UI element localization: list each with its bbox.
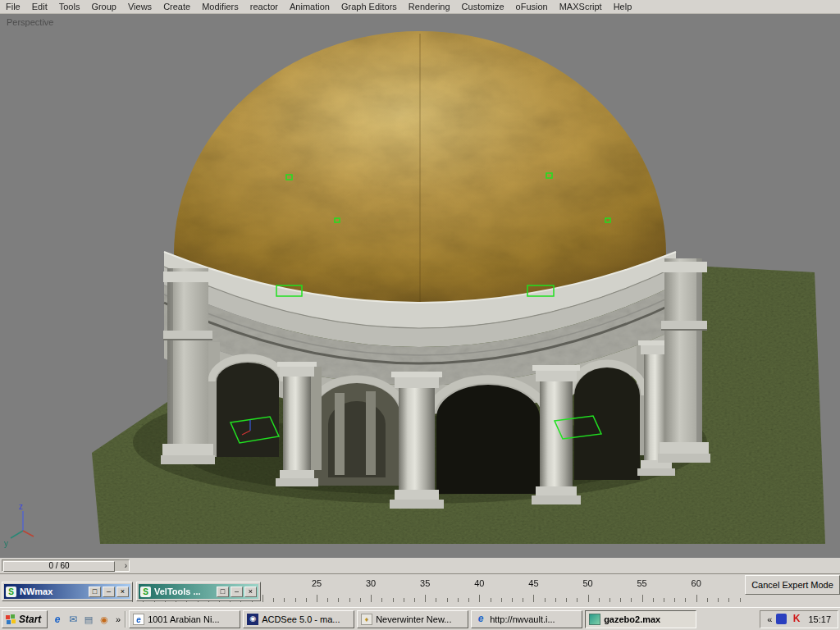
ruler-tick [653, 598, 654, 602]
axis-y-label: y [4, 539, 8, 548]
ruler-tick [381, 598, 382, 602]
close-icon[interactable]: × [244, 587, 257, 597]
application-window: FileEditToolsGroupViewsCreateModifiersre… [0, 0, 840, 630]
ruler-tick [468, 598, 469, 602]
ruler-tick [349, 598, 350, 602]
menu-rendering[interactable]: Rendering [403, 0, 456, 13]
ie-doc-icon: e [133, 614, 144, 625]
max-icon [589, 614, 600, 625]
ruler-tick [533, 595, 534, 602]
menu-group[interactable]: Group [85, 0, 122, 13]
ruler-tick [447, 598, 448, 602]
menu-create[interactable]: Create [158, 0, 196, 13]
task-button[interactable]: ♦Neverwinter New... [357, 610, 468, 628]
task-button-area: e1001 Arabian Ni...◉ACDSee 5.0 - ma...♦N… [129, 610, 696, 628]
display-driver-icon[interactable] [776, 614, 787, 624]
ruler-tick [631, 598, 632, 602]
ruler-number: 35 [420, 578, 430, 588]
quick-launch-bar: e✉▤◉ [50, 613, 112, 626]
restore-button[interactable]: □ [217, 587, 229, 597]
task-button[interactable]: ehttp://nwvault.i... [471, 610, 582, 628]
scene-svg[interactable]: z y [0, 14, 840, 558]
ruler-number: 25 [312, 578, 322, 588]
ruler-tick [566, 598, 567, 602]
acdsee-icon: ◉ [247, 614, 258, 625]
veltools-icon: S [140, 587, 151, 597]
ruler-tick [696, 595, 697, 602]
task-label: Neverwinter New... [376, 614, 451, 624]
ruler-number: 40 [474, 578, 484, 588]
menu-file[interactable]: File [0, 0, 26, 13]
task-button[interactable]: ◉ACDSee 5.0 - ma... [243, 610, 354, 628]
time-slider-handle[interactable]: 0 / 60 [3, 561, 115, 572]
next-frame-button[interactable]: › [125, 561, 127, 571]
ruler-tick [404, 598, 404, 602]
ruler-tick [707, 598, 708, 602]
ruler-tick [599, 598, 600, 602]
nwmax-icon: S [6, 587, 16, 597]
menu-help[interactable]: Help [608, 0, 638, 13]
kaspersky-icon[interactable]: K [791, 614, 801, 624]
viewport-3d[interactable]: z y Perspective [0, 14, 840, 558]
task-button[interactable]: gazebo2.max [585, 610, 696, 628]
media-player-icon[interactable]: ◉ [98, 613, 111, 626]
floating-window-veltools[interactable]: S VelTools ... □ – × [136, 582, 261, 601]
ruler-tick [360, 598, 361, 602]
menu-ofusion[interactable]: oFusion [510, 0, 554, 13]
arch-opening-right [574, 368, 640, 480]
restore-button[interactable]: □ [89, 587, 101, 597]
menu-maxscript[interactable]: MAXScript [554, 0, 608, 13]
nwmax-titlebar[interactable]: S NWmax □ – × [4, 584, 130, 599]
menu-views[interactable]: Views [122, 0, 158, 13]
ruler-tick [674, 598, 675, 602]
ruler-tick [393, 598, 394, 602]
ie-icon: e [475, 614, 486, 625]
task-label: gazebo2.max [604, 614, 660, 624]
floating-window-nwmax[interactable]: S NWmax □ – × [2, 582, 133, 601]
tray-icons: K [776, 614, 801, 624]
ruler-tick [728, 598, 729, 602]
minimize-button[interactable]: – [103, 587, 115, 597]
minimize-button[interactable]: – [231, 587, 243, 597]
ruler-tick [284, 598, 285, 602]
ruler-tick [620, 598, 621, 602]
ruler-number: 45 [528, 578, 538, 588]
viewport-label[interactable]: Perspective [7, 17, 53, 27]
system-tray: « K 15:17 [760, 610, 838, 628]
menu-animation[interactable]: Animation [284, 0, 336, 13]
ruler-tick [685, 598, 686, 602]
ruler-tick [577, 598, 578, 602]
ruler-tick [425, 595, 426, 602]
ruler-tick [327, 598, 328, 602]
ruler-tick [273, 598, 274, 602]
ruler-tick [306, 598, 307, 602]
start-button[interactable]: Start [2, 610, 48, 628]
ruler-tick [642, 595, 643, 602]
ruler-tick [664, 598, 664, 602]
tray-chevron[interactable]: « [767, 614, 772, 624]
time-slider-track[interactable]: 0 / 60 › [2, 559, 130, 572]
menu-edit[interactable]: Edit [26, 0, 53, 13]
menu-modifiers[interactable]: Modifiers [196, 0, 244, 13]
veltools-titlebar[interactable]: S VelTools ... □ – × [139, 584, 258, 599]
quick-launch-overflow[interactable]: » [114, 614, 122, 624]
ruler-tick [371, 595, 372, 602]
clock: 15:17 [806, 614, 831, 624]
window-title: VelTools ... [153, 587, 215, 596]
menu-tools[interactable]: Tools [53, 0, 86, 13]
ruler-tick [555, 598, 556, 602]
outlook-mail-icon[interactable]: ✉ [66, 613, 80, 626]
task-button[interactable]: e1001 Arabian Ni... [129, 610, 240, 628]
ruler-number: 55 [637, 578, 646, 588]
ruler-tick [458, 598, 459, 602]
menu-reactor[interactable]: reactor [244, 0, 284, 13]
show-desktop-icon[interactable]: ▤ [82, 613, 95, 626]
ruler-tick [491, 598, 491, 602]
close-icon[interactable]: × [116, 587, 129, 597]
menu-customize[interactable]: Customize [456, 0, 510, 13]
ruler-number: 50 [582, 578, 592, 588]
ruler-tick [338, 598, 339, 602]
internet-explorer-icon[interactable]: e [51, 613, 64, 626]
menu-graph-editors[interactable]: Graph Editors [336, 0, 403, 13]
cancel-expert-mode-button[interactable]: Cancel Expert Mode [745, 575, 840, 595]
